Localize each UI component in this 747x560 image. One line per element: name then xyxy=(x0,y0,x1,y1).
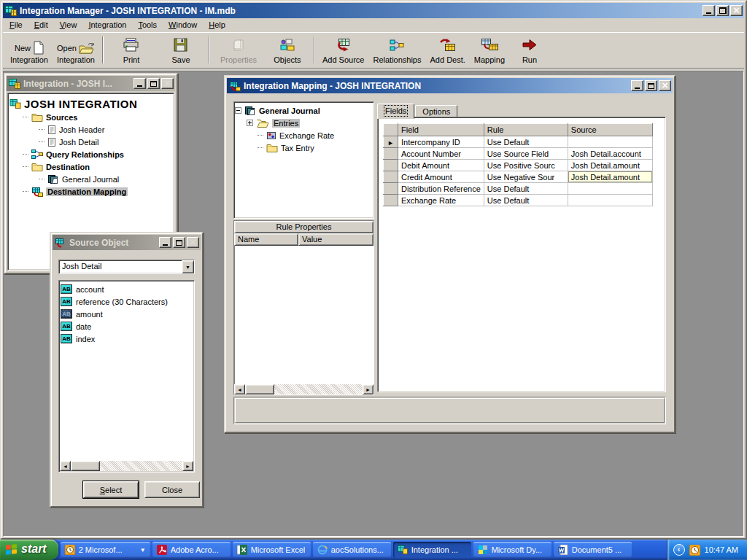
minimize-button[interactable] xyxy=(631,80,643,91)
row-selector[interactable] xyxy=(384,148,398,160)
start-button[interactable]: start xyxy=(0,540,58,560)
minimize-button[interactable] xyxy=(703,5,715,16)
mapping-button[interactable]: Mapping xyxy=(471,34,508,66)
horizontal-scrollbar[interactable]: ◄ ► xyxy=(60,461,193,471)
list-item-account[interactable]: account xyxy=(61,283,193,295)
relationships-button[interactable]: Relationships xyxy=(370,34,424,66)
add-dest-button[interactable]: Add Dest. xyxy=(427,34,468,66)
close-button[interactable]: × xyxy=(659,80,671,91)
tree-item-query-relationships[interactable]: Query Relationships xyxy=(23,148,172,160)
tree-item-general-journal[interactable]: General Journal xyxy=(235,104,373,117)
col-header-field[interactable]: Field xyxy=(398,124,484,136)
scroll-right-icon[interactable]: ► xyxy=(363,384,374,394)
tree-item-destination[interactable]: Destination xyxy=(23,160,172,173)
row-selector[interactable] xyxy=(384,160,398,171)
save-button[interactable]: Save xyxy=(158,34,204,66)
minimize-button[interactable] xyxy=(159,237,171,248)
printer-icon xyxy=(123,35,140,55)
menu-file[interactable]: File xyxy=(4,19,28,31)
tree-item-entries[interactable]: Entries xyxy=(247,117,373,129)
taskbar-button-excel[interactable]: Microsoft Excel xyxy=(233,542,311,558)
collapse-icon[interactable] xyxy=(235,107,241,114)
add-source-button[interactable]: Add Source xyxy=(320,34,367,66)
objects-button[interactable]: Objects xyxy=(266,34,309,66)
scroll-left-icon[interactable]: ◄ xyxy=(234,384,245,394)
col-header-rule[interactable]: Rule xyxy=(484,124,568,136)
restore-button[interactable] xyxy=(716,5,729,16)
name-column-header[interactable]: Name xyxy=(234,233,298,246)
taskbar-button-dynamics[interactable]: Microsoft Dy... xyxy=(473,542,551,558)
source-fields-list: account reference (30 Characters) amount… xyxy=(58,280,195,472)
menu-window[interactable]: Window xyxy=(163,19,203,31)
hide-icons-chevron-icon[interactable]: ‹ xyxy=(673,544,685,556)
list-item-reference[interactable]: reference (30 Characters) xyxy=(61,295,193,308)
list-item-index[interactable]: index xyxy=(61,332,193,345)
chevron-down-icon[interactable]: ▼ xyxy=(140,547,146,553)
source-object-combobox[interactable]: Josh Detail ▼ xyxy=(58,260,195,274)
row-selector[interactable] xyxy=(384,171,398,183)
close-button[interactable]: × xyxy=(730,5,743,16)
minimize-button[interactable] xyxy=(133,78,146,89)
menu-integration[interactable]: Integration xyxy=(82,19,132,31)
chevron-down-icon[interactable]: ▼ xyxy=(182,260,194,273)
print-button[interactable]: Print xyxy=(108,34,155,66)
row-selector[interactable]: ► xyxy=(384,136,398,148)
tree-item-general-journal[interactable]: General Journal xyxy=(39,173,172,185)
col-header-source[interactable]: Source xyxy=(568,124,652,136)
grid-row[interactable]: ► Intercompany ID Use Default xyxy=(384,136,653,148)
josh-header-label: Josh Header xyxy=(59,125,104,134)
tree-item-sources[interactable]: Sources xyxy=(23,111,172,123)
maximize-button[interactable] xyxy=(173,237,185,248)
taskbar-button-word[interactable]: Document5 ... xyxy=(554,542,632,558)
expand-icon[interactable] xyxy=(247,120,253,126)
close-button[interactable]: × xyxy=(187,237,199,248)
scroll-thumb[interactable] xyxy=(71,461,100,471)
tree-root-josh-integration[interactable]: JOSH INTEGRATION xyxy=(9,96,172,111)
new-integration-button[interactable]: New Integration xyxy=(7,34,51,66)
list-item-amount[interactable]: amount xyxy=(61,308,193,320)
scroll-right-icon[interactable]: ► xyxy=(182,461,193,471)
menu-view[interactable]: View xyxy=(54,19,83,31)
taskbar-button-adobe[interactable]: Adobe Acro... xyxy=(152,542,231,558)
row-selector[interactable] xyxy=(384,183,398,195)
taskbar-button-microsoft-group[interactable]: 2 Microsof... ▼ xyxy=(61,542,150,558)
current-row-arrow-icon: ► xyxy=(387,139,394,147)
horizontal-scrollbar[interactable]: ◄ ► xyxy=(234,384,374,394)
close-button[interactable]: × xyxy=(161,78,174,89)
grid-row[interactable]: Account Number Use Source Field Josh Det… xyxy=(384,148,653,160)
tree-item-destination-mapping[interactable]: Destination Mapping xyxy=(23,185,172,198)
integration-mapping-window: Integration Mapping - JOSH INTEGRATION ×… xyxy=(224,75,676,433)
taskbar-button-aocsolutions[interactable]: aocSolutions... xyxy=(313,542,391,558)
taskbar-clock[interactable]: 10:47 AM xyxy=(705,545,738,554)
select-button[interactable]: Select xyxy=(83,481,139,498)
maximize-button[interactable] xyxy=(147,78,160,89)
list-item-date[interactable]: date xyxy=(61,320,193,332)
query-relationships-label: Query Relationships xyxy=(46,150,124,159)
menu-tools[interactable]: Tools xyxy=(132,19,163,31)
value-column-header[interactable]: Value xyxy=(298,233,374,246)
taskbar-button-integration[interactable]: Integration ... xyxy=(393,542,471,558)
close-button[interactable]: Close xyxy=(144,481,200,498)
tree-item-josh-detail[interactable]: Josh Detail xyxy=(39,136,172,148)
grid-row[interactable]: Exchange Rate Use Default xyxy=(384,195,653,206)
tree-item-josh-header[interactable]: Josh Header xyxy=(39,123,172,136)
grid-row[interactable]: Debit Amount Use Positive Sourc Josh Det… xyxy=(384,160,653,171)
run-button[interactable]: Run xyxy=(511,34,549,66)
tree-item-exchange-rate[interactable]: Exchange Rate xyxy=(258,129,373,141)
tab-fields[interactable]: Fields xyxy=(377,104,414,119)
scroll-thumb[interactable] xyxy=(245,384,274,394)
grid-row[interactable]: Distribution Reference Use Default xyxy=(384,183,653,195)
tree-item-tax-entry[interactable]: Tax Entry xyxy=(258,141,373,154)
selected-cell[interactable]: Josh Detail.amount xyxy=(568,171,652,183)
destination-mapping-label: Destination Mapping xyxy=(46,187,128,196)
row-selector[interactable] xyxy=(384,195,398,206)
rule-properties-panel: Rule Properties Name Value ◄ ► xyxy=(233,220,374,395)
menu-help[interactable]: Help xyxy=(203,19,231,31)
open-integration-button[interactable]: Open Integration xyxy=(54,34,98,66)
maximize-button[interactable] xyxy=(645,80,657,91)
scroll-left-icon[interactable]: ◄ xyxy=(60,461,71,471)
grid-row[interactable]: Credit Amount Use Negative Sour Josh Det… xyxy=(384,171,653,183)
relationships-icon xyxy=(390,35,404,55)
toolbar-separator xyxy=(209,36,210,63)
menu-edit[interactable]: Edit xyxy=(28,19,54,31)
